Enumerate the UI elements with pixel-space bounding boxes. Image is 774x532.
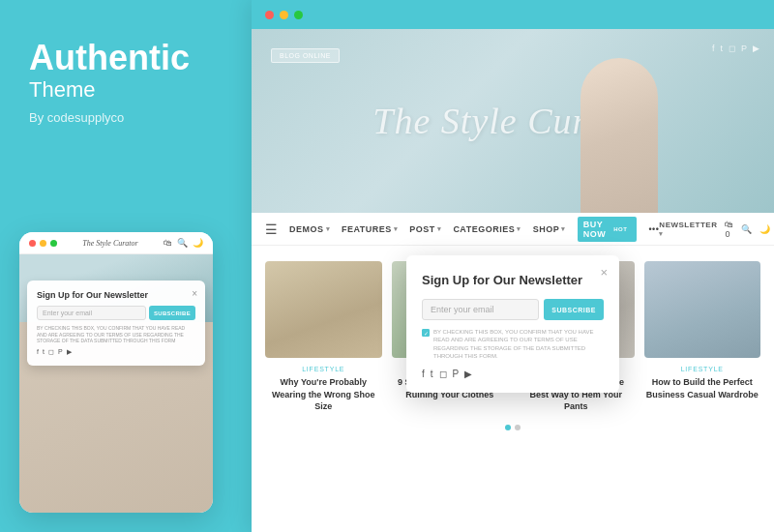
- desktop-nav: ☰ DEMOS ▾ FEATURES ▾ POST ▾ CATEGORIES ▾…: [252, 213, 774, 246]
- categories-chevron-icon: ▾: [517, 225, 521, 233]
- popup-twitter-icon[interactable]: t: [431, 369, 433, 379]
- card-1-image: [265, 261, 382, 358]
- card-4-category: LIFESTYLE: [644, 366, 761, 372]
- mobile-twitter-icon: t: [43, 348, 45, 356]
- mobile-dot-red: [29, 240, 36, 247]
- mobile-search-icon: 🔍: [177, 238, 188, 248]
- mobile-window-dots: [29, 240, 57, 247]
- hero-twitter-icon: t: [720, 44, 723, 53]
- hamburger-icon[interactable]: ☰: [265, 222, 278, 237]
- demos-chevron-icon: ▾: [326, 225, 331, 233]
- popup-social-row: f t ◻ P ▶: [422, 369, 604, 379]
- nav-hot-badge: HOT: [610, 225, 631, 233]
- desktop-dot-yellow: [280, 11, 288, 19]
- mobile-bag-icon: 🛍: [164, 238, 172, 248]
- mobile-logo: The Style Curator: [82, 239, 137, 248]
- mobile-newsletter-popup: Sign Up for Our Newsletter × Enter your …: [27, 281, 205, 366]
- mobile-moon-icon: 🌙: [193, 238, 203, 248]
- popup-checkbox-text: BY CHECKING THIS BOX, YOU CONFIRM THAT Y…: [433, 328, 604, 361]
- nav-item-shop[interactable]: SHOP ▾: [533, 224, 566, 234]
- desktop-dot-red: [265, 11, 274, 19]
- popup-close-button[interactable]: ×: [600, 265, 608, 280]
- shop-chevron-icon: ▾: [561, 225, 566, 233]
- desktop-newsletter-popup: × Sign Up for Our Newsletter Enter your …: [406, 255, 619, 393]
- nav-moon-icon[interactable]: 🌙: [759, 224, 770, 234]
- popup-checkbox-row: ✓ BY CHECKING THIS BOX, YOU CONFIRM THAT…: [422, 328, 604, 361]
- desktop-hero-badge: BLOG ONLINE: [271, 48, 340, 63]
- popup-pinterest-icon[interactable]: P: [453, 369, 460, 379]
- mobile-newsletter-title: Sign Up for Our Newsletter: [37, 290, 195, 300]
- hero-instagram-icon: ◻: [729, 44, 735, 53]
- nav-right: NEWSLETTER ▾ 🛍 0 🔍 🌙: [659, 220, 770, 239]
- hero-person: [580, 58, 658, 213]
- pagination-dot-1[interactable]: [505, 425, 511, 430]
- card-4: LIFESTYLE How to Build the Perfect Busin…: [644, 261, 761, 413]
- hero-person-shape: [580, 58, 658, 213]
- mobile-top-bar: The Style Curator 🛍 🔍 🌙: [19, 232, 213, 254]
- desktop-dot-green: [294, 11, 303, 19]
- hero-facebook-icon: f: [712, 44, 715, 53]
- mobile-instagram-icon: ◻: [48, 348, 54, 356]
- post-chevron-icon: ▾: [437, 225, 442, 233]
- card-4-image: [644, 261, 761, 358]
- desktop-content: LIFESTYLE Why You're Probably Wearing th…: [252, 246, 774, 413]
- desktop-hero: The Style Curator BLOG ONLINE f t ◻ P ▶: [252, 29, 774, 213]
- nav-cart-icon[interactable]: 🛍 0: [725, 220, 733, 239]
- nav-items: DEMOS ▾ FEATURES ▾ POST ▾ CATEGORIES ▾ S…: [289, 217, 659, 242]
- newsletter-chevron-icon: ▾: [659, 230, 664, 237]
- popup-checkbox[interactable]: ✓: [422, 329, 430, 337]
- left-panel: Authentic Theme By codesupplyco The Styl…: [0, 0, 232, 532]
- hero-youtube-icon: ▶: [753, 44, 759, 53]
- popup-email-input[interactable]: Enter your email: [422, 299, 539, 320]
- hero-pinterest-icon: P: [741, 44, 747, 53]
- nav-item-buy-now[interactable]: BUY NOW HOT: [578, 217, 638, 242]
- nav-newsletter-label[interactable]: NEWSLETTER ▾: [659, 221, 717, 238]
- mobile-email-input[interactable]: Enter your email: [37, 306, 146, 320]
- mobile-nav-icons: 🛍 🔍 🌙: [164, 238, 203, 248]
- popup-youtube-icon[interactable]: ▶: [464, 369, 472, 379]
- desktop-hero-social: f t ◻ P ▶: [712, 44, 759, 53]
- mobile-dot-yellow: [40, 240, 46, 247]
- card-1: LIFESTYLE Why You're Probably Wearing th…: [265, 261, 382, 413]
- nav-item-post[interactable]: POST ▾: [409, 224, 441, 234]
- pagination-dot-2[interactable]: [515, 425, 521, 430]
- pagination-row: [252, 425, 774, 440]
- nav-item-features[interactable]: FEATURES ▾: [342, 224, 398, 234]
- mobile-mockup: The Style Curator 🛍 🔍 🌙 Sign Up for Our …: [19, 232, 213, 513]
- popup-title: Sign Up for Our Newsletter: [422, 273, 604, 287]
- brand-subtitle: Theme: [29, 77, 203, 103]
- mobile-youtube-icon: ▶: [67, 348, 72, 356]
- popup-subscribe-button[interactable]: SUBSCRIBE: [544, 299, 604, 320]
- card-4-title: How to Build the Perfect Business Casual…: [644, 376, 761, 400]
- desktop-top-bar: [252, 0, 774, 29]
- mobile-facebook-icon: f: [37, 348, 39, 356]
- mobile-input-row: Enter your email SUBSCRIBE: [37, 306, 195, 320]
- mobile-dot-green: [50, 240, 57, 247]
- popup-input-row: Enter your email SUBSCRIBE: [422, 299, 604, 320]
- card-1-title: Why You're Probably Wearing the Wrong Sh…: [265, 376, 382, 413]
- nav-item-demos[interactable]: DEMOS ▾: [289, 224, 330, 234]
- nav-item-categories[interactable]: CATEGORIES ▾: [453, 224, 521, 234]
- checkbox-check-icon: ✓: [424, 330, 429, 337]
- brand-by: By codesupplyco: [29, 110, 203, 125]
- features-chevron-icon: ▾: [394, 225, 399, 233]
- popup-facebook-icon[interactable]: f: [422, 369, 425, 379]
- mobile-pinterest-icon: P: [58, 348, 63, 356]
- mobile-close-button[interactable]: ×: [192, 288, 197, 299]
- mobile-social-row: f t ◻ P ▶: [37, 348, 195, 356]
- brand-title: Authentic: [29, 39, 203, 77]
- card-1-category: LIFESTYLE: [265, 366, 382, 372]
- desktop-mockup: The Style Curator BLOG ONLINE f t ◻ P ▶ …: [252, 0, 774, 532]
- mobile-checkbox-text: BY CHECKING THIS BOX, YOU CONFIRM THAT Y…: [37, 325, 195, 344]
- nav-item-more[interactable]: •••: [648, 224, 659, 234]
- mobile-subscribe-button[interactable]: SUBSCRIBE: [149, 306, 195, 320]
- popup-instagram-icon[interactable]: ◻: [439, 369, 447, 379]
- nav-search-icon[interactable]: 🔍: [741, 224, 752, 234]
